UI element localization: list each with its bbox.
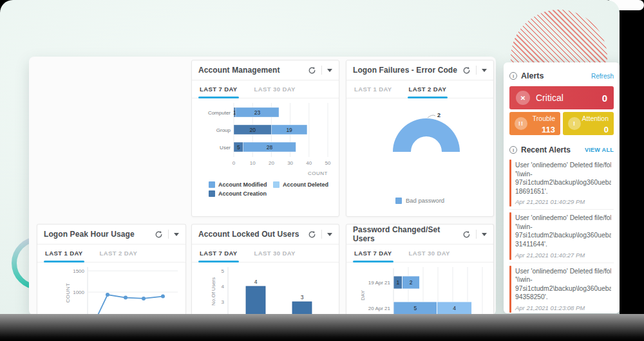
chevron-down-icon[interactable]: [482, 69, 487, 72]
divider: [168, 230, 169, 239]
svg-text:5: 5: [413, 305, 417, 311]
tab-bar: LAST 7 DAY LAST 30 DAY: [192, 244, 339, 263]
legend-swatch: [395, 198, 402, 204]
svg-text:2: 2: [410, 279, 413, 286]
card-title: Logon Peak Hour Usage: [44, 230, 135, 239]
svg-text:10: 10: [250, 160, 256, 166]
alert-text-line: 94358250'.: [515, 293, 611, 302]
svg-text:20: 20: [269, 160, 274, 166]
tab-last-7-day[interactable]: LAST 7 DAY: [354, 244, 392, 262]
refresh-icon[interactable]: [462, 230, 471, 239]
tab-last-2-day[interactable]: LAST 2 DAY: [409, 80, 447, 98]
card-password-changed: Password Changed/Set Users LAST 7 DAY LA…: [346, 224, 494, 316]
card-header: Logon Peak Hour Usage: [37, 225, 185, 244]
svg-text:User: User: [220, 145, 231, 151]
svg-text:5: 5: [222, 268, 225, 274]
alerts-title: Alerts: [521, 71, 544, 80]
info-icon: i: [509, 146, 517, 154]
card-title: Account Management: [198, 66, 279, 75]
refresh-icon[interactable]: [308, 230, 316, 239]
svg-text:4: 4: [222, 284, 225, 290]
alerts-panel: i Alerts Refresh ✕ Critical 0 !! Trouble…: [504, 62, 620, 313]
tab-bar: LAST 7 DAY LAST 30 DAY: [346, 244, 493, 263]
recent-alerts-header: i Recent Alerts VIEW ALL: [509, 143, 614, 157]
svg-text:Computer: Computer: [208, 110, 231, 116]
svg-text:20: 20: [249, 127, 256, 133]
alert-text-line: User 'onlinedemo' Deleted file/folder: [515, 214, 611, 223]
stacked-bar-chart: 01020304050Computer123Group2019User528CO…: [198, 103, 332, 179]
tab-last-1-day[interactable]: LAST 1 DAY: [354, 80, 392, 98]
svg-text:Group: Group: [216, 127, 231, 133]
refresh-icon[interactable]: [462, 66, 471, 75]
svg-text:20 Apr 21: 20 Apr 21: [368, 306, 391, 311]
alert-item[interactable]: User 'onlinedemo' Deleted file/folder'\\…: [509, 210, 614, 263]
card-header: Account Locked Out Users: [192, 225, 339, 244]
divider: [321, 230, 322, 239]
tab-last-30-day[interactable]: LAST 30 DAY: [254, 80, 296, 98]
svg-text:1: 1: [396, 279, 399, 286]
dashboard-screenshot: Account Management LAST 7 DAY LAST 30 DA…: [0, 0, 644, 341]
alert-item[interactable]: User 'onlinedemo' Deleted file/folder'\\…: [509, 263, 614, 313]
tab-last-2-day[interactable]: LAST 2 DAY: [100, 244, 138, 262]
chevron-down-icon[interactable]: [174, 233, 179, 236]
svg-text:30: 30: [287, 160, 293, 166]
svg-text:3: 3: [301, 294, 304, 300]
attention-exclamation-icon: !: [568, 117, 581, 130]
card-header: Logon Failures - Error Code: [346, 60, 493, 80]
svg-text:No.Of Users: No.Of Users: [211, 277, 216, 306]
alert-item[interactable]: User 'onlinedemo' Deleted file/folder'\\…: [509, 157, 614, 210]
card-header: Password Changed/Set Users: [346, 225, 493, 244]
card-logon-peak: Logon Peak Hour Usage LAST 1 DAY LAST 2 …: [37, 224, 186, 316]
trouble-label: Trouble: [533, 115, 555, 122]
account-management-legend: Account ModifiedAccount DeletedAccount C…: [209, 181, 328, 197]
svg-text:3: 3: [222, 299, 225, 305]
divider: [476, 230, 477, 239]
chevron-down-icon[interactable]: [327, 69, 332, 72]
logon-peak-chart: 15001000COUNT: [44, 264, 180, 316]
account-locked-chart: 543No.Of Users43: [198, 264, 335, 316]
recent-alerts-list: User 'onlinedemo' Deleted file/folder'\\…: [509, 157, 614, 313]
svg-text:DAY: DAY: [360, 290, 366, 300]
critical-alerts-banner[interactable]: ✕ Critical 0: [509, 86, 614, 109]
bottom-shadow-decoration: [0, 314, 644, 341]
trouble-alerts-banner[interactable]: !! Trouble 113: [509, 112, 560, 135]
refresh-icon[interactable]: [155, 230, 163, 239]
chevron-down-icon[interactable]: [482, 233, 487, 236]
info-icon: i: [509, 72, 517, 80]
legend-item: Account Modified: [209, 181, 273, 188]
svg-text:0: 0: [232, 160, 236, 166]
refresh-link[interactable]: Refresh: [591, 73, 614, 80]
alert-text-line: 31411644'.: [515, 240, 611, 249]
tab-last-30-day[interactable]: LAST 30 DAY: [409, 244, 450, 262]
tab-last-7-day[interactable]: LAST 7 DAY: [200, 244, 238, 262]
legend-label: Bad password: [406, 197, 444, 204]
background: Account Management LAST 7 DAY LAST 30 DA…: [0, 0, 620, 331]
tab-last-30-day[interactable]: LAST 30 DAY: [254, 244, 296, 262]
chevron-down-icon[interactable]: [327, 233, 332, 236]
svg-text:23: 23: [254, 109, 261, 116]
view-all-link[interactable]: VIEW ALL: [585, 147, 614, 153]
card-account-management: Account Management LAST 7 DAY LAST 30 DA…: [191, 60, 339, 217]
svg-text:4: 4: [254, 279, 258, 285]
tab-last-1-day[interactable]: LAST 1 DAY: [45, 244, 83, 262]
stacked-bar-chart: DAY19 Apr 211220 Apr 2154: [353, 264, 489, 316]
svg-text:40: 40: [306, 160, 312, 166]
alert-text-line: User 'onlinedemo' Deleted file/folder: [515, 161, 611, 170]
alert-text-line: '\\win-: [515, 170, 611, 179]
critical-count: 0: [602, 93, 607, 104]
card-title: Account Locked Out Users: [198, 230, 299, 239]
critical-label: Critical: [536, 93, 564, 103]
attention-label: Attention: [582, 115, 609, 122]
divider: [476, 66, 477, 75]
trouble-count: 113: [542, 125, 555, 134]
svg-text:28: 28: [267, 144, 273, 151]
alert-text-line: 97si1ctudm2\backup\log360ueba\logs\.wrap: [515, 178, 611, 187]
tab-bar: LAST 1 DAY LAST 2 DAY: [37, 244, 185, 263]
card-account-locked: Account Locked Out Users LAST 7 DAY LAST…: [191, 224, 339, 316]
alerts-header: i Alerts Refresh: [509, 68, 614, 84]
attention-alerts-banner[interactable]: ! Attention 0: [563, 112, 614, 135]
card-logon-failures: Logon Failures - Error Code LAST 1 DAY L…: [346, 60, 494, 217]
refresh-icon[interactable]: [308, 66, 316, 75]
tab-last-7-day[interactable]: LAST 7 DAY: [200, 80, 238, 98]
svg-text:19: 19: [286, 127, 292, 133]
